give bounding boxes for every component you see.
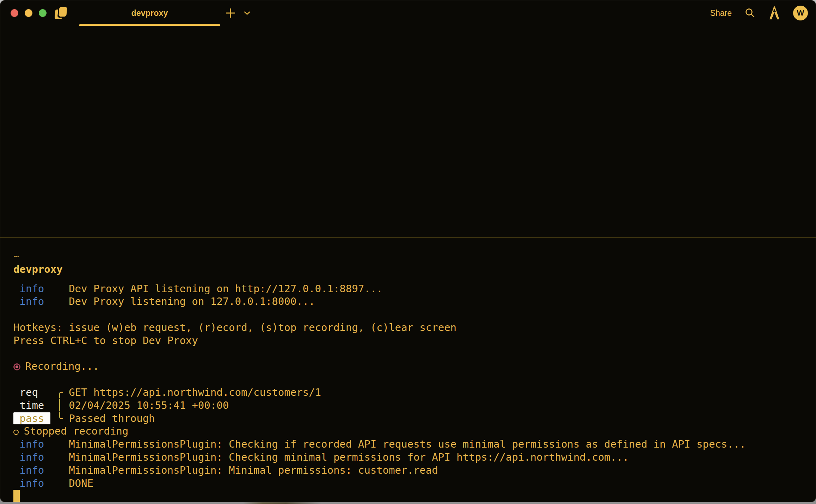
terminal-text: ~ [13, 250, 19, 262]
terminal-line: info Dev Proxy listening on 127.0.0.1:80… [13, 295, 809, 308]
share-button[interactable]: Share [710, 8, 732, 18]
close-icon[interactable] [11, 9, 18, 17]
zoom-icon[interactable] [39, 9, 47, 17]
terminal-line: info DONE [13, 477, 809, 490]
terminal-text: │ 02/04/2025 10:55:41 +00:00 [44, 399, 229, 411]
terminal-line: pass ╰ Passed through [13, 412, 809, 425]
terminal-text: ╰ Passed through [50, 412, 155, 424]
terminal-text: time [13, 399, 44, 411]
terminal-line: Press CTRL+C to stop Dev Proxy [13, 334, 809, 347]
terminal-line: ~ [13, 250, 809, 263]
terminal-line: Recording... [13, 360, 809, 373]
terminal-line [13, 347, 809, 360]
chevron-down-icon [244, 11, 251, 15]
pages-icon[interactable] [54, 7, 68, 19]
terminal-cursor [13, 490, 20, 502]
tab-title: devproxy [131, 8, 168, 18]
terminal-text: MinimalPermissionsPlugin: Minimal permis… [44, 464, 438, 476]
terminal-window: devproxy Share [0, 0, 816, 502]
terminal-line: Stopped recording [13, 425, 809, 438]
terminal-text: Stopped recording [18, 425, 128, 437]
titlebar: devproxy Share [0, 0, 816, 26]
terminal-line: info MinimalPermissionsPlugin: Minimal p… [13, 464, 809, 477]
tab-list-dropdown[interactable] [244, 11, 251, 15]
search-icon [744, 7, 756, 19]
warp-logo-icon[interactable] [768, 6, 780, 20]
terminal-line: Hotkeys: issue (w)eb request, (r)ecord, … [13, 321, 809, 334]
tab-devproxy[interactable]: devproxy [79, 0, 220, 26]
minimize-icon[interactable] [25, 9, 32, 17]
terminal-text: info [13, 283, 44, 295]
terminal-line: time │ 02/04/2025 10:55:41 +00:00 [13, 399, 809, 412]
tab-active-underline [79, 24, 220, 26]
desktop-dock-peek [243, 502, 321, 504]
search-button[interactable] [744, 7, 756, 19]
plus-icon [225, 7, 237, 19]
terminal-line: req ╭ GET https://api.northwind.com/cust… [13, 386, 809, 399]
terminal-text: Dev Proxy API listening on http://127.0.… [44, 283, 382, 295]
new-tab-button[interactable] [225, 7, 237, 19]
window-controls [11, 9, 47, 17]
terminal-text: info [13, 295, 44, 307]
terminal-line: info MinimalPermissionsPlugin: Checking … [13, 451, 809, 464]
terminal-line [13, 490, 809, 502]
avatar[interactable]: W [793, 6, 808, 20]
terminal-text: ╭ GET https://api.northwind.com/customer… [38, 386, 321, 398]
terminal-text: Dev Proxy listening on 127.0.0.1:8000... [44, 295, 315, 307]
terminal-line: info MinimalPermissionsPlugin: Checking … [13, 438, 809, 451]
terminal-text: info [13, 438, 44, 450]
terminal-text: Recording... [19, 360, 99, 372]
terminal-text: Hotkeys: issue (w)eb request, (r)ecord, … [13, 321, 456, 333]
terminal-text: info [13, 464, 44, 476]
terminal-text: pass [13, 412, 50, 424]
terminal-line [13, 373, 809, 386]
terminal-text: MinimalPermissionsPlugin: Checking if re… [44, 438, 746, 450]
terminal-text: info [13, 477, 44, 489]
terminal-text: DONE [44, 477, 93, 489]
terminal-text: MinimalPermissionsPlugin: Checking minim… [44, 451, 629, 463]
terminal-line: info Dev Proxy API listening on http://1… [13, 282, 809, 295]
terminal-text: req [13, 386, 38, 398]
empty-block-pane [0, 26, 816, 237]
terminal-text: devproxy [13, 263, 63, 275]
terminal-text: info [13, 451, 44, 463]
terminal-output[interactable]: ~devproxy info Dev Proxy API listening o… [0, 238, 816, 502]
terminal-line: devproxy [13, 263, 809, 276]
terminal-text: Press CTRL+C to stop Dev Proxy [13, 334, 198, 346]
terminal-line [13, 308, 809, 321]
